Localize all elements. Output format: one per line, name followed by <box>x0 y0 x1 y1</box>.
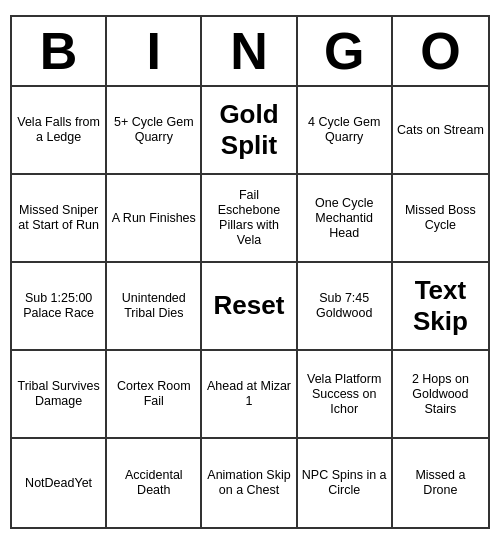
bingo-cell-10[interactable]: Sub 1:25:00 Palace Race <box>12 263 107 351</box>
bingo-letter-n: N <box>202 17 297 85</box>
bingo-cell-11[interactable]: Unintended Tribal Dies <box>107 263 202 351</box>
bingo-cell-14[interactable]: Text Skip <box>393 263 488 351</box>
bingo-cell-18[interactable]: Vela Platform Success on Ichor <box>298 351 393 439</box>
bingo-cell-6[interactable]: A Run Finishes <box>107 175 202 263</box>
bingo-header: BINGO <box>12 17 488 87</box>
bingo-cell-12[interactable]: Reset <box>202 263 297 351</box>
bingo-cell-16[interactable]: Cortex Room Fail <box>107 351 202 439</box>
bingo-cell-0[interactable]: Vela Falls from a Ledge <box>12 87 107 175</box>
bingo-cell-2[interactable]: Gold Split <box>202 87 297 175</box>
bingo-letter-o: O <box>393 17 488 85</box>
bingo-cell-15[interactable]: Tribal Survives Damage <box>12 351 107 439</box>
bingo-cell-5[interactable]: Missed Sniper at Start of Run <box>12 175 107 263</box>
bingo-cell-9[interactable]: Missed Boss Cycle <box>393 175 488 263</box>
bingo-letter-i: I <box>107 17 202 85</box>
bingo-card: BINGO Vela Falls from a Ledge5+ Cycle Ge… <box>10 15 490 529</box>
bingo-letter-g: G <box>298 17 393 85</box>
bingo-cell-1[interactable]: 5+ Cycle Gem Quarry <box>107 87 202 175</box>
bingo-grid: Vela Falls from a Ledge5+ Cycle Gem Quar… <box>12 87 488 527</box>
bingo-cell-7[interactable]: Fail Eschebone Pillars with Vela <box>202 175 297 263</box>
bingo-cell-17[interactable]: Ahead at Mizar 1 <box>202 351 297 439</box>
bingo-cell-19[interactable]: 2 Hops on Goldwood Stairs <box>393 351 488 439</box>
bingo-cell-4[interactable]: Cats on Stream <box>393 87 488 175</box>
bingo-letter-b: B <box>12 17 107 85</box>
bingo-cell-3[interactable]: 4 Cycle Gem Quarry <box>298 87 393 175</box>
bingo-cell-13[interactable]: Sub 7:45 Goldwood <box>298 263 393 351</box>
bingo-cell-21[interactable]: Accidental Death <box>107 439 202 527</box>
bingo-cell-23[interactable]: NPC Spins in a Circle <box>298 439 393 527</box>
bingo-cell-24[interactable]: Missed a Drone <box>393 439 488 527</box>
bingo-cell-22[interactable]: Animation Skip on a Chest <box>202 439 297 527</box>
bingo-cell-8[interactable]: One Cycle Mechantid Head <box>298 175 393 263</box>
bingo-cell-20[interactable]: NotDeadYet <box>12 439 107 527</box>
